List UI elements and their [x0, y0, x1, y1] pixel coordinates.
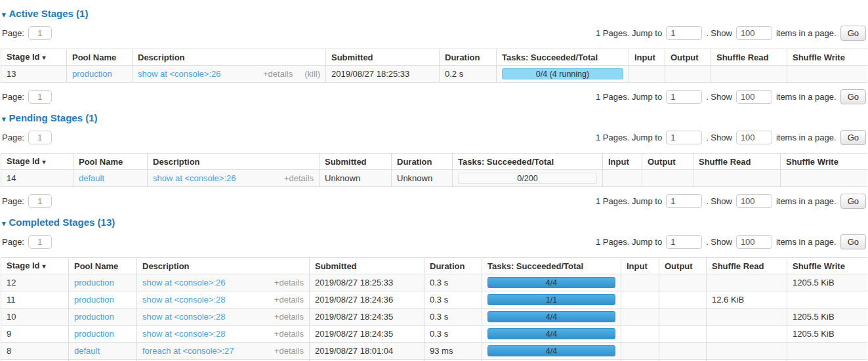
- col-header-stage-id[interactable]: Stage Id▾: [1, 258, 69, 274]
- pool-name-link[interactable]: production: [74, 295, 114, 305]
- pool-name-link[interactable]: production: [74, 329, 114, 339]
- go-button[interactable]: Go: [840, 234, 866, 249]
- description-link[interactable]: show at <console>:26: [142, 278, 225, 287]
- page-number-input[interactable]: [28, 90, 52, 104]
- col-header-input[interactable]: Input: [603, 154, 642, 170]
- col-header-submitted[interactable]: Submitted: [320, 154, 392, 170]
- shuffle-read-cell: [693, 170, 781, 187]
- details-toggle[interactable]: +details: [263, 69, 293, 79]
- show-count-input[interactable]: [736, 26, 772, 40]
- pool-name-cell: production: [69, 274, 137, 291]
- jump-to-input[interactable]: [666, 26, 702, 40]
- description-cell: show at <console>:28+details: [137, 291, 310, 308]
- details-toggle[interactable]: +details: [274, 346, 304, 356]
- details-toggle[interactable]: +details: [274, 329, 304, 339]
- page-label: Page:: [2, 237, 24, 247]
- pool-name-link[interactable]: production: [74, 312, 114, 322]
- show-count-input[interactable]: [736, 235, 772, 249]
- tasks-cell: 4/4: [482, 308, 621, 326]
- col-header-tasks[interactable]: Tasks: Succeeded/Total: [453, 154, 603, 170]
- col-header-tasks[interactable]: Tasks: Succeeded/Total: [497, 49, 629, 66]
- section-title-pending-stages[interactable]: ▾Pending Stages (1): [2, 112, 867, 123]
- col-header-submitted[interactable]: Submitted: [310, 258, 424, 274]
- section-title-active-stages[interactable]: ▾Active Stages (1): [2, 8, 867, 19]
- section-title-text: Completed Stages (13): [9, 217, 115, 228]
- description-link[interactable]: show at <console>:26: [153, 173, 236, 183]
- tasks-cell: 0/4 (4 running): [497, 66, 629, 83]
- col-header-tasks[interactable]: Tasks: Succeeded/Total: [482, 258, 621, 274]
- description-cell: show at <console>:26+details(kill): [133, 66, 326, 83]
- go-button[interactable]: Go: [840, 130, 866, 145]
- col-header-pool-name[interactable]: Pool Name: [73, 154, 148, 170]
- details-toggle[interactable]: +details: [274, 278, 304, 287]
- jump-to-input[interactable]: [666, 194, 702, 208]
- pool-name-link[interactable]: production: [72, 69, 112, 79]
- jump-to-input[interactable]: [666, 131, 702, 144]
- col-header-output[interactable]: Output: [659, 258, 707, 274]
- items-per-page-label: items in a page.: [776, 237, 837, 247]
- active-stages-table: Stage Id▾ Pool Name Description Submitte…: [1, 49, 867, 83]
- col-header-shuffle-read[interactable]: Shuffle Read: [707, 258, 787, 274]
- jump-to-input[interactable]: [666, 90, 702, 104]
- col-header-duration[interactable]: Duration: [440, 49, 497, 66]
- shuffle-read-cell: [707, 308, 787, 326]
- col-header-duration[interactable]: Duration: [392, 154, 453, 170]
- col-header-output[interactable]: Output: [642, 154, 693, 170]
- col-header-description[interactable]: Description: [148, 154, 320, 170]
- section-title-completed-stages[interactable]: ▾Completed Stages (13): [2, 217, 867, 228]
- page-number-input[interactable]: [28, 235, 52, 249]
- col-header-duration[interactable]: Duration: [424, 258, 482, 274]
- page-number-input[interactable]: [28, 26, 52, 40]
- sort-desc-icon: ▾: [43, 158, 46, 165]
- show-count-input[interactable]: [736, 90, 772, 104]
- output-cell: [642, 170, 693, 187]
- show-count-input[interactable]: [736, 131, 772, 144]
- shuffle-read-cell: [707, 326, 787, 343]
- description-link[interactable]: foreach at <console>:27: [142, 346, 234, 356]
- col-header-description[interactable]: Description: [133, 49, 326, 66]
- page-number-input[interactable]: [28, 194, 52, 208]
- col-header-submitted[interactable]: Submitted: [326, 49, 440, 66]
- col-header-shuffle-write[interactable]: Shuffle Write: [787, 49, 868, 66]
- col-header-output[interactable]: Output: [665, 49, 711, 66]
- col-header-stage-id[interactable]: Stage Id▾: [1, 49, 67, 66]
- tasks-progress-bar: 1/1: [487, 294, 615, 305]
- go-button[interactable]: Go: [840, 26, 866, 41]
- shuffle-write-cell: 1205.5 KiB: [787, 326, 868, 343]
- stage-row: 9 production show at <console>:28+detail…: [1, 326, 868, 343]
- pool-name-link[interactable]: production: [74, 278, 114, 287]
- details-toggle[interactable]: +details: [274, 312, 304, 322]
- show-label: . Show: [706, 28, 732, 38]
- input-cell: [621, 274, 659, 291]
- col-header-pool-name[interactable]: Pool Name: [69, 258, 137, 274]
- input-cell: [621, 308, 659, 326]
- description-link[interactable]: show at <console>:26: [138, 69, 220, 79]
- col-header-shuffle-write[interactable]: Shuffle Write: [787, 258, 868, 274]
- items-per-page-label: items in a page.: [776, 196, 837, 206]
- description-link[interactable]: show at <console>:28: [142, 295, 225, 305]
- kill-link[interactable]: (kill): [304, 69, 320, 79]
- pool-name-link[interactable]: default: [79, 173, 104, 183]
- col-header-shuffle-read[interactable]: Shuffle Read: [693, 154, 781, 170]
- input-cell: [603, 170, 642, 187]
- description-link[interactable]: show at <console>:28: [142, 329, 225, 339]
- shuffle-read-cell: [707, 274, 787, 291]
- col-header-stage-id[interactable]: Stage Id▾: [1, 154, 73, 170]
- pool-name-link[interactable]: default: [74, 346, 100, 356]
- col-header-description[interactable]: Description: [137, 258, 310, 274]
- details-toggle[interactable]: +details: [274, 295, 304, 305]
- col-header-input[interactable]: Input: [621, 258, 659, 274]
- col-header-shuffle-write[interactable]: Shuffle Write: [781, 154, 868, 170]
- jump-to-input[interactable]: [666, 235, 702, 249]
- show-count-input[interactable]: [736, 194, 772, 208]
- go-button[interactable]: Go: [840, 89, 866, 104]
- go-button[interactable]: Go: [840, 194, 866, 209]
- stage-row: 14 default show at <console>:26+details …: [1, 170, 868, 187]
- page-number-input[interactable]: [28, 131, 52, 144]
- stage-id-cell: 8: [1, 343, 69, 360]
- col-header-shuffle-read[interactable]: Shuffle Read: [711, 49, 787, 66]
- description-link[interactable]: show at <console>:28: [142, 312, 225, 322]
- col-header-pool-name[interactable]: Pool Name: [67, 49, 133, 66]
- details-toggle[interactable]: +details: [284, 173, 314, 183]
- col-header-input[interactable]: Input: [629, 49, 665, 66]
